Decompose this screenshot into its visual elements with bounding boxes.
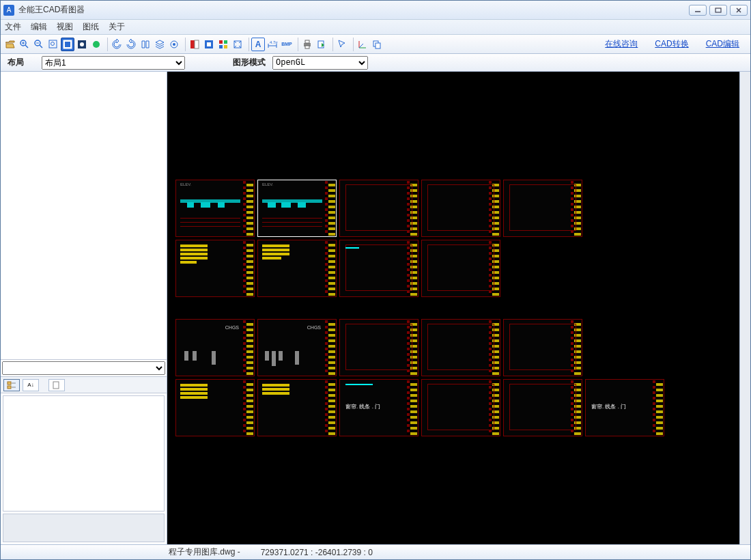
thumb-sheet-5[interactable] [503, 180, 582, 237]
app-icon: A [3, 5, 14, 16]
rotate-right-icon[interactable] [124, 38, 138, 51]
zoom-in-icon[interactable] [18, 38, 31, 51]
menubar: 文件 编辑 视图 图纸 关于 [1, 20, 750, 35]
minimize-button[interactable] [689, 5, 707, 16]
separator [330, 38, 333, 51]
zoom-out-icon[interactable] [32, 38, 46, 51]
svg-rect-11 [49, 40, 57, 48]
print-icon[interactable] [300, 38, 314, 51]
link-cad-convert[interactable]: CAD转换 [655, 38, 688, 50]
main-area: A↓ ELEV. ELEV. [1, 72, 750, 544]
thumb-elevation-1[interactable]: ELEV. [175, 180, 255, 237]
svg-rect-26 [219, 45, 223, 48]
svg-point-19 [173, 43, 175, 46]
titlebar: A 全能王CAD看图器 [1, 1, 750, 20]
menu-edit[interactable]: 编辑 [31, 21, 47, 33]
zoom-window-icon[interactable] [46, 38, 60, 51]
thumb-curtain-17[interactable]: 窗帘. 线条 . 门 [339, 379, 419, 436]
property-description [3, 514, 165, 542]
menu-view[interactable]: 视图 [57, 21, 73, 33]
drawing-canvas[interactable]: ELEV. ELEV. CHGS CHGS [167, 72, 750, 544]
thumb-elevation-2[interactable]: ELEV. [257, 180, 337, 237]
sidebar-tree[interactable] [1, 72, 167, 360]
axes-icon[interactable] [356, 38, 369, 51]
thumb-sheet-9[interactable] [421, 240, 500, 297]
thumb-detail-8[interactable] [339, 240, 419, 297]
thumb-sheet-14[interactable] [503, 319, 582, 376]
thumb-detail-15[interactable] [175, 379, 255, 436]
thumb-sheet-18[interactable] [421, 379, 500, 436]
dimension-icon[interactable]: 4.7m [266, 38, 279, 51]
layout-select[interactable]: 布局1 [42, 56, 185, 70]
thumb-sheet-4[interactable] [421, 180, 500, 237]
grid-icon[interactable] [216, 38, 230, 51]
svg-rect-35 [305, 46, 309, 48]
separator [246, 38, 249, 51]
status-filename: 程子专用图库.dwg - [169, 546, 240, 558]
thumb-section-10[interactable]: CHGS [175, 319, 255, 376]
thumb-sheet-3[interactable] [339, 180, 419, 237]
toolbar: A 4.7m BMP 在线咨询 CAD转换 CAD编辑 [1, 35, 750, 54]
bmp-export-icon[interactable]: BMP [280, 38, 294, 51]
layout-bar: 布局 布局1 图形模式 OpenGL [1, 54, 750, 72]
layout-label: 布局 [8, 57, 35, 68]
rotate-left-icon[interactable] [110, 38, 124, 51]
close-button[interactable] [730, 5, 748, 16]
thumb-curtain-20[interactable]: 窗帘. 线条 . 门 [585, 379, 664, 436]
link-cad-edit[interactable]: CAD编辑 [706, 38, 739, 50]
text-tool-icon[interactable]: A [251, 38, 265, 51]
pan-icon[interactable] [75, 38, 89, 51]
thumb-sheet-13[interactable] [421, 319, 500, 376]
fit-icon[interactable] [61, 38, 74, 51]
thumb-sheet-19[interactable] [503, 379, 582, 436]
svg-rect-25 [224, 40, 227, 44]
tab-alphabetical-icon[interactable]: A↓ [23, 379, 39, 391]
tab-categorized-icon[interactable] [3, 379, 20, 391]
property-tabs: A↓ [1, 377, 167, 393]
svg-rect-24 [219, 40, 223, 44]
menu-about[interactable]: 关于 [109, 21, 125, 33]
menu-file[interactable]: 文件 [5, 21, 21, 33]
filter-select[interactable] [2, 361, 165, 375]
layers-icon[interactable] [153, 38, 167, 51]
thumb-section-11[interactable]: CHGS [257, 319, 337, 376]
separator [105, 38, 108, 51]
svg-rect-44 [8, 386, 11, 389]
window-title: 全能王CAD看图器 [18, 4, 689, 16]
layer-state-icon[interactable] [167, 38, 181, 51]
pointer-icon[interactable] [335, 38, 349, 51]
expand-icon[interactable] [231, 38, 244, 51]
svg-point-17 [93, 41, 100, 48]
svg-rect-21 [195, 40, 199, 48]
bg-color-icon[interactable] [89, 38, 103, 51]
copy-icon[interactable] [370, 38, 384, 51]
property-panel[interactable] [3, 395, 165, 512]
thumb-detail-16[interactable] [257, 379, 337, 436]
export-icon[interactable] [315, 38, 328, 51]
svg-rect-27 [224, 45, 227, 48]
sidebar: A↓ [1, 72, 167, 544]
separator [296, 38, 298, 51]
vertical-scrollbar[interactable] [739, 72, 750, 544]
menu-drawings[interactable]: 图纸 [83, 21, 99, 33]
svg-rect-23 [207, 42, 211, 46]
tab-pages-icon[interactable] [48, 379, 65, 391]
svg-point-12 [51, 42, 55, 45]
mirror-icon[interactable] [139, 38, 152, 51]
swatch-red-icon[interactable] [188, 38, 201, 51]
svg-point-16 [80, 42, 84, 46]
graphics-mode-select[interactable]: OpenGL [272, 56, 368, 70]
open-icon[interactable] [3, 38, 17, 51]
maximize-button[interactable] [709, 5, 727, 16]
swatch-blue-icon[interactable] [202, 38, 216, 51]
thumb-detail-6[interactable] [175, 240, 255, 297]
svg-rect-42 [8, 382, 11, 384]
thumbnail-grid: ELEV. ELEV. CHGS CHGS [175, 180, 664, 436]
sidebar-filter [1, 360, 167, 377]
thumb-detail-7[interactable] [257, 240, 337, 297]
link-online-consult[interactable]: 在线咨询 [605, 38, 638, 50]
thumb-sheet-12[interactable] [339, 319, 419, 376]
svg-rect-41 [376, 43, 380, 48]
separator [183, 38, 186, 51]
svg-line-39 [359, 44, 363, 48]
